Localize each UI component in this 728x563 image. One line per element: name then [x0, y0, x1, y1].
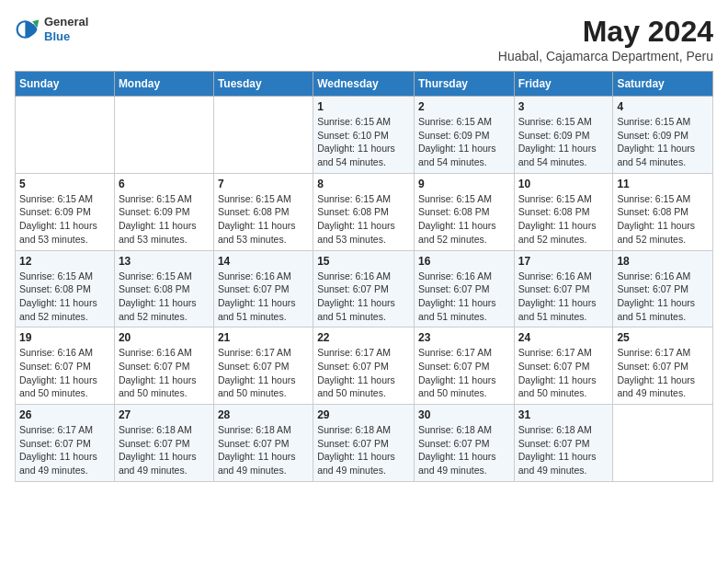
day-info: Sunrise: 6:16 AM Sunset: 6:07 PM Dayligh…: [119, 346, 210, 400]
weekday-header-thursday: Thursday: [414, 72, 514, 97]
calendar-cell: 10Sunrise: 6:15 AM Sunset: 6:08 PM Dayli…: [514, 173, 613, 250]
calendar-cell: 25Sunrise: 6:17 AM Sunset: 6:07 PM Dayli…: [613, 327, 713, 405]
day-info: Sunrise: 6:17 AM Sunset: 6:07 PM Dayligh…: [218, 346, 309, 400]
day-number: 7: [218, 178, 309, 190]
logo-icon: [15, 17, 40, 42]
weekday-header-tuesday: Tuesday: [213, 72, 313, 97]
day-info: Sunrise: 6:15 AM Sunset: 6:08 PM Dayligh…: [19, 270, 110, 324]
day-number: 24: [518, 331, 609, 344]
calendar-cell: 12Sunrise: 6:15 AM Sunset: 6:08 PM Dayli…: [16, 250, 115, 327]
calendar-cell: 9Sunrise: 6:15 AM Sunset: 6:08 PM Daylig…: [414, 173, 514, 250]
logo-text: General Blue: [44, 15, 88, 43]
weekday-header-friday: Friday: [514, 72, 613, 97]
day-info: Sunrise: 6:17 AM Sunset: 6:07 PM Dayligh…: [418, 346, 510, 400]
calendar-cell: [16, 97, 115, 174]
calendar-cell: 23Sunrise: 6:17 AM Sunset: 6:07 PM Dayli…: [414, 327, 514, 405]
calendar-cell: 31Sunrise: 6:18 AM Sunset: 6:07 PM Dayli…: [514, 405, 613, 482]
day-number: 30: [418, 408, 510, 421]
day-number: 11: [617, 178, 709, 190]
day-info: Sunrise: 6:15 AM Sunset: 6:08 PM Dayligh…: [119, 270, 210, 324]
weekday-header-saturday: Saturday: [613, 72, 713, 97]
day-number: 8: [317, 178, 410, 190]
day-number: 10: [518, 178, 609, 190]
logo-blue-text: Blue: [44, 29, 88, 44]
day-number: 31: [518, 408, 609, 421]
day-number: 23: [418, 331, 510, 344]
calendar-cell: 24Sunrise: 6:17 AM Sunset: 6:07 PM Dayli…: [514, 327, 613, 405]
calendar-cell: 5Sunrise: 6:15 AM Sunset: 6:09 PM Daylig…: [16, 173, 115, 250]
day-info: Sunrise: 6:17 AM Sunset: 6:07 PM Dayligh…: [617, 346, 709, 400]
day-number: 18: [617, 255, 709, 268]
day-info: Sunrise: 6:16 AM Sunset: 6:07 PM Dayligh…: [518, 270, 609, 324]
day-number: 1: [317, 100, 410, 113]
calendar-week-row: 5Sunrise: 6:15 AM Sunset: 6:09 PM Daylig…: [16, 173, 713, 250]
weekday-header-wednesday: Wednesday: [313, 72, 415, 97]
weekday-header-sunday: Sunday: [16, 72, 115, 97]
title-block: May 2024 Huabal, Cajamarca Department, P…: [498, 15, 713, 63]
day-number: 21: [218, 331, 309, 344]
calendar-cell: 26Sunrise: 6:17 AM Sunset: 6:07 PM Dayli…: [16, 405, 115, 482]
day-info: Sunrise: 6:15 AM Sunset: 6:09 PM Dayligh…: [518, 115, 609, 169]
calendar-week-row: 1Sunrise: 6:15 AM Sunset: 6:10 PM Daylig…: [16, 97, 713, 174]
day-info: Sunrise: 6:18 AM Sunset: 6:07 PM Dayligh…: [218, 423, 309, 477]
calendar-cell: 27Sunrise: 6:18 AM Sunset: 6:07 PM Dayli…: [114, 405, 213, 482]
day-info: Sunrise: 6:16 AM Sunset: 6:07 PM Dayligh…: [218, 270, 309, 324]
logo-general-text: General: [44, 15, 88, 29]
calendar-cell: 15Sunrise: 6:16 AM Sunset: 6:07 PM Dayli…: [313, 250, 415, 327]
calendar-cell: 8Sunrise: 6:15 AM Sunset: 6:08 PM Daylig…: [313, 173, 415, 250]
day-number: 25: [617, 331, 709, 344]
day-number: 14: [218, 255, 309, 268]
calendar-cell: 30Sunrise: 6:18 AM Sunset: 6:07 PM Dayli…: [414, 405, 514, 482]
calendar-cell: 17Sunrise: 6:16 AM Sunset: 6:07 PM Dayli…: [514, 250, 613, 327]
day-info: Sunrise: 6:15 AM Sunset: 6:08 PM Dayligh…: [617, 192, 709, 247]
calendar-week-row: 19Sunrise: 6:16 AM Sunset: 6:07 PM Dayli…: [16, 327, 713, 405]
day-info: Sunrise: 6:16 AM Sunset: 6:07 PM Dayligh…: [317, 270, 410, 324]
day-info: Sunrise: 6:15 AM Sunset: 6:08 PM Dayligh…: [317, 192, 410, 247]
day-number: 3: [518, 100, 609, 113]
calendar-cell: [213, 97, 313, 174]
day-number: 27: [119, 408, 210, 421]
day-number: 12: [19, 255, 110, 268]
page-header: General Blue May 2024 Huabal, Cajamarca …: [15, 15, 713, 63]
calendar-cell: 3Sunrise: 6:15 AM Sunset: 6:09 PM Daylig…: [514, 97, 613, 174]
day-info: Sunrise: 6:16 AM Sunset: 6:07 PM Dayligh…: [19, 346, 110, 400]
calendar-cell: 4Sunrise: 6:15 AM Sunset: 6:09 PM Daylig…: [613, 97, 713, 174]
calendar-cell: 13Sunrise: 6:15 AM Sunset: 6:08 PM Dayli…: [114, 250, 213, 327]
day-info: Sunrise: 6:18 AM Sunset: 6:07 PM Dayligh…: [518, 423, 609, 477]
day-number: 9: [418, 178, 510, 190]
day-number: 4: [617, 100, 709, 113]
location-subtitle: Huabal, Cajamarca Department, Peru: [498, 49, 713, 63]
calendar-cell: 21Sunrise: 6:17 AM Sunset: 6:07 PM Dayli…: [213, 327, 313, 405]
day-number: 26: [19, 408, 110, 421]
calendar-cell: 16Sunrise: 6:16 AM Sunset: 6:07 PM Dayli…: [414, 250, 514, 327]
calendar-cell: 28Sunrise: 6:18 AM Sunset: 6:07 PM Dayli…: [213, 405, 313, 482]
day-info: Sunrise: 6:17 AM Sunset: 6:07 PM Dayligh…: [19, 423, 110, 477]
day-number: 16: [418, 255, 510, 268]
calendar-cell: [114, 97, 213, 174]
calendar-cell: 7Sunrise: 6:15 AM Sunset: 6:08 PM Daylig…: [213, 173, 313, 250]
day-info: Sunrise: 6:15 AM Sunset: 6:08 PM Dayligh…: [218, 192, 309, 247]
day-number: 20: [119, 331, 210, 344]
day-info: Sunrise: 6:15 AM Sunset: 6:09 PM Dayligh…: [617, 115, 709, 169]
day-info: Sunrise: 6:15 AM Sunset: 6:09 PM Dayligh…: [418, 115, 510, 169]
day-info: Sunrise: 6:16 AM Sunset: 6:07 PM Dayligh…: [617, 270, 709, 324]
day-number: 22: [317, 331, 410, 344]
calendar-cell: 6Sunrise: 6:15 AM Sunset: 6:09 PM Daylig…: [114, 173, 213, 250]
weekday-header-monday: Monday: [114, 72, 213, 97]
day-info: Sunrise: 6:18 AM Sunset: 6:07 PM Dayligh…: [119, 423, 210, 477]
day-info: Sunrise: 6:15 AM Sunset: 6:08 PM Dayligh…: [518, 192, 609, 247]
day-info: Sunrise: 6:15 AM Sunset: 6:09 PM Dayligh…: [119, 192, 210, 247]
day-number: 15: [317, 255, 410, 268]
calendar-cell: 19Sunrise: 6:16 AM Sunset: 6:07 PM Dayli…: [16, 327, 115, 405]
day-number: 19: [19, 331, 110, 344]
calendar-cell: 29Sunrise: 6:18 AM Sunset: 6:07 PM Dayli…: [313, 405, 415, 482]
day-info: Sunrise: 6:15 AM Sunset: 6:10 PM Dayligh…: [317, 115, 410, 169]
month-year-title: May 2024: [498, 15, 713, 49]
day-info: Sunrise: 6:15 AM Sunset: 6:09 PM Dayligh…: [19, 192, 110, 247]
calendar-cell: 2Sunrise: 6:15 AM Sunset: 6:09 PM Daylig…: [414, 97, 514, 174]
calendar-table: SundayMondayTuesdayWednesdayThursdayFrid…: [15, 71, 713, 482]
calendar-cell: 22Sunrise: 6:17 AM Sunset: 6:07 PM Dayli…: [313, 327, 415, 405]
day-info: Sunrise: 6:18 AM Sunset: 6:07 PM Dayligh…: [418, 423, 510, 477]
logo: General Blue: [15, 15, 88, 43]
calendar-week-row: 12Sunrise: 6:15 AM Sunset: 6:08 PM Dayli…: [16, 250, 713, 327]
